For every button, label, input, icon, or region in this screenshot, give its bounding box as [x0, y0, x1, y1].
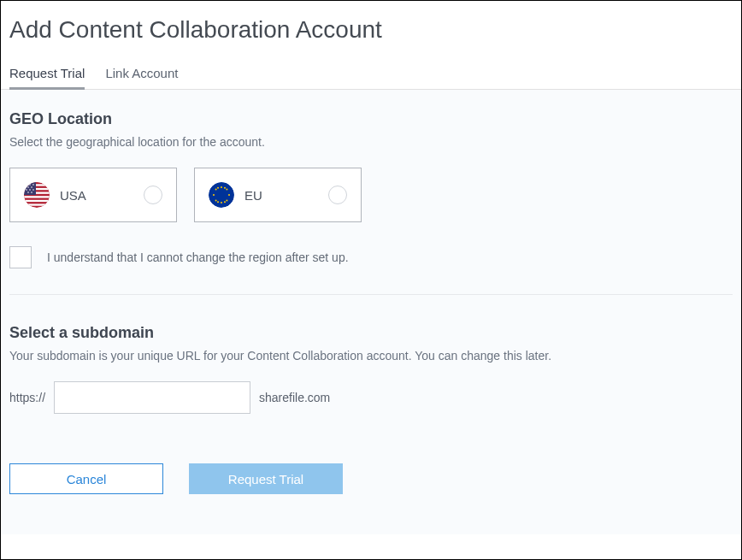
geo-options: USA	[9, 168, 733, 222]
geo-option-eu[interactable]: EU	[194, 168, 362, 222]
svg-point-19	[209, 182, 234, 208]
action-buttons: Cancel Request Trial	[9, 463, 733, 494]
svg-point-25	[226, 189, 227, 191]
geo-option-usa[interactable]: USA	[9, 168, 177, 222]
geo-confirm-row: I understand that I cannot change the re…	[9, 246, 733, 268]
subdomain-input[interactable]	[54, 381, 250, 414]
svg-point-16	[32, 189, 34, 191]
svg-point-27	[226, 199, 227, 201]
svg-point-28	[217, 187, 219, 189]
tabs: Request Trial Link Account	[1, 44, 741, 90]
geo-option-usa-label: USA	[60, 188, 86, 203]
svg-point-15	[29, 189, 31, 191]
svg-point-24	[215, 189, 217, 191]
subdomain-row: https:// sharefile.com	[9, 381, 733, 414]
svg-point-18	[31, 192, 32, 193]
svg-point-29	[224, 187, 226, 189]
svg-rect-8	[24, 182, 36, 195]
svg-point-14	[26, 189, 27, 191]
geo-confirm-label: I understand that I cannot change the re…	[47, 251, 349, 264]
svg-point-31	[224, 201, 226, 203]
geo-option-eu-radio[interactable]	[328, 186, 347, 204]
svg-point-9	[26, 184, 27, 186]
cancel-button[interactable]: Cancel	[9, 463, 163, 494]
content-panel: GEO Location Select the geographical loc…	[1, 90, 741, 534]
page-title: Add Content Collaboration Account	[1, 1, 741, 44]
flag-usa-icon	[24, 182, 50, 208]
request-trial-button[interactable]: Request Trial	[189, 463, 343, 494]
geo-option-usa-radio[interactable]	[144, 186, 162, 204]
section-divider	[9, 294, 733, 295]
tab-request-trial[interactable]: Request Trial	[9, 66, 85, 89]
svg-point-11	[32, 184, 34, 186]
svg-point-17	[27, 192, 29, 193]
svg-point-30	[217, 201, 219, 203]
svg-point-21	[221, 202, 222, 203]
geo-option-eu-label: EU	[244, 188, 262, 203]
geo-section-title: GEO Location	[9, 110, 733, 128]
svg-point-20	[221, 186, 222, 188]
geo-confirm-checkbox[interactable]	[9, 246, 32, 268]
subdomain-suffix: sharefile.com	[259, 391, 330, 404]
tab-link-account[interactable]: Link Account	[105, 66, 178, 89]
svg-point-13	[31, 186, 32, 188]
svg-point-10	[29, 184, 31, 186]
subdomain-section-desc: Your subdomain is your unique URL for yo…	[9, 349, 733, 363]
svg-point-23	[228, 194, 230, 196]
svg-rect-2	[24, 184, 50, 186]
svg-rect-5	[24, 196, 50, 197]
svg-point-22	[213, 194, 215, 196]
subdomain-prefix: https://	[9, 391, 45, 404]
svg-point-26	[215, 199, 217, 201]
svg-point-12	[27, 186, 29, 188]
geo-section-desc: Select the geographical location for the…	[9, 135, 733, 149]
svg-rect-7	[24, 203, 50, 205]
flag-eu-icon	[209, 182, 234, 208]
subdomain-section-title: Select a subdomain	[9, 324, 733, 342]
svg-rect-6	[24, 200, 50, 202]
